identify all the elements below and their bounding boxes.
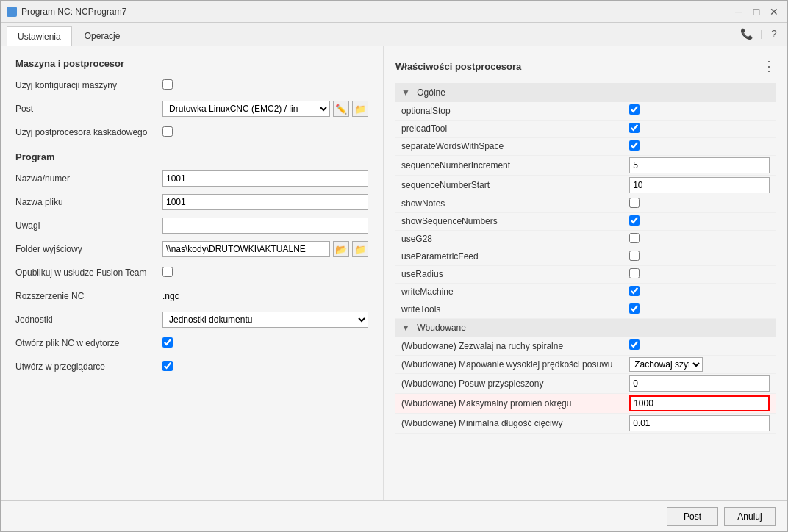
nc-extension-label: Rozszerzenie NC <box>15 291 162 301</box>
general-section-label: Ogólne <box>417 87 445 98</box>
prop-writeMachine-checkbox[interactable] <box>629 286 640 296</box>
prop-showNotes-checkbox[interactable] <box>629 198 640 208</box>
edit-post-button[interactable]: ✏️ <box>333 101 349 117</box>
prop-sequenceNumberIncrement: sequenceNumberIncrement <box>395 155 776 175</box>
tab-operacje[interactable]: Operacje <box>74 26 132 46</box>
minimize-button[interactable]: ─ <box>731 4 746 19</box>
use-cascade-checkbox[interactable] <box>162 126 173 137</box>
prop-writeMachine: writeMachine <box>395 283 776 301</box>
section-program-title: Program <box>15 151 368 162</box>
window-title: Program NC: NCProgram7 <box>21 7 126 17</box>
prop-builtin-posuw: (Wbudowane) Posuw przyspieszony <box>395 373 776 393</box>
use-cascade-label: Użyj postprocesora kaskadowego <box>15 127 162 137</box>
prop-builtin-spiral-label: (Wbudowane) Zezwalaj na ruchy spiralne <box>395 337 623 355</box>
name-number-input[interactable] <box>162 170 368 187</box>
prop-optionalStop-label: optionalStop <box>395 102 623 120</box>
open-editor-checkbox[interactable] <box>162 337 173 348</box>
prop-builtin-spiral: (Wbudowane) Zezwalaj na ruchy spiralne <box>395 337 776 355</box>
section-general-header: ▼ Ogólne <box>395 83 776 102</box>
prop-preloadTool: preloadTool <box>395 120 776 137</box>
prop-useParametricFeed-checkbox[interactable] <box>629 251 640 261</box>
prop-useG28-checkbox[interactable] <box>629 233 640 243</box>
prop-showSequenceNumbers-checkbox[interactable] <box>629 215 640 226</box>
post-label: Post <box>15 104 162 114</box>
prop-builtin-mapping-select[interactable]: Zachowaj szyt... <box>629 357 703 372</box>
right-panel-title: Właściwości postprocesora <box>395 61 521 72</box>
close-button[interactable]: ✕ <box>767 4 781 19</box>
content-area: Maszyna i postprocesor Użyj konfiguracji… <box>1 46 787 500</box>
post-button[interactable]: Post <box>667 507 718 526</box>
open-browser-checkbox[interactable] <box>162 361 173 371</box>
post-select[interactable]: Drutowka LinuxCNC (EMC2) / lin <box>162 101 330 117</box>
phone-icon[interactable]: 📞 <box>737 26 756 41</box>
builtin-toggle[interactable]: ▼ <box>401 323 410 333</box>
file-name-input[interactable] <box>162 194 368 210</box>
tab-ustawienia[interactable]: Ustawienia <box>7 26 72 46</box>
right-panel-header: Właściwości postprocesora ⋮ <box>395 58 776 74</box>
cancel-button[interactable]: Anuluj <box>724 507 776 526</box>
publish-checkbox[interactable] <box>162 267 173 277</box>
browse-folder-button[interactable]: 📂 <box>333 241 349 257</box>
prop-preloadTool-checkbox[interactable] <box>629 123 640 133</box>
units-row: Jednostki Jednostki dokumentu <box>15 311 368 328</box>
nc-extension-value: .ngc <box>162 291 179 301</box>
units-label: Jednostki <box>15 314 162 325</box>
separator: | <box>760 29 762 39</box>
prop-showSequenceNumbers: showSequenceNumbers <box>395 212 776 230</box>
publish-label: Opublikuj w usłudze Fusion Team <box>15 267 162 278</box>
notes-label: Uwagi <box>15 220 162 231</box>
prop-optionalStop-checkbox[interactable] <box>629 104 640 115</box>
prop-builtin-posuw-input[interactable] <box>629 375 770 392</box>
prop-showSequenceNumbers-label: showSequenceNumbers <box>395 212 623 230</box>
name-number-label: Nazwa/numer <box>15 173 162 184</box>
nc-extension-row: Rozszerzenie NC .ngc <box>15 287 368 305</box>
name-number-row: Nazwa/numer <box>15 170 368 187</box>
units-select[interactable]: Jednostki dokumentu <box>162 312 368 328</box>
right-panel: Właściwości postprocesora ⋮ ▼ Ogólne opt… <box>383 46 787 500</box>
use-machine-config-checkbox[interactable] <box>162 79 173 90</box>
prop-builtin-min-chord: (Wbudowane) Minimalna długość cięciwy <box>395 413 776 433</box>
prop-sequenceNumberIncrement-input[interactable] <box>629 157 770 173</box>
prop-writeTools-checkbox[interactable] <box>629 303 640 314</box>
notes-row: Uwagi <box>15 217 368 234</box>
prop-writeTools-label: writeTools <box>395 301 623 318</box>
prop-useRadius-label: useRadius <box>395 265 623 283</box>
open-folder-button[interactable]: 📁 <box>352 241 368 257</box>
builtin-section-label: Wbudowane <box>417 323 466 333</box>
prop-showNotes: showNotes <box>395 195 776 212</box>
prop-sequenceNumberStart-input[interactable] <box>629 177 770 193</box>
prop-builtin-max-radius-label: (Wbudowane) Maksymalny promień okręgu <box>395 393 623 413</box>
prop-useRadius-checkbox[interactable] <box>629 268 640 278</box>
maximize-button[interactable]: □ <box>749 4 764 19</box>
prop-sequenceNumberStart: sequenceNumberStart <box>395 175 776 195</box>
post-row: Post Drutowka LinuxCNC (EMC2) / lin ✏️ 📁 <box>15 100 368 118</box>
folder-post-button[interactable]: 📁 <box>352 101 368 117</box>
prop-builtin-min-chord-input[interactable] <box>629 415 770 431</box>
use-machine-config-label: Użyj konfiguracji maszyny <box>15 80 162 90</box>
prop-builtin-spiral-checkbox[interactable] <box>629 339 640 350</box>
file-name-label: Nazwa pliku <box>15 197 162 207</box>
section-builtin-header: ▼ Wbudowane <box>395 318 776 337</box>
left-panel: Maszyna i postprocesor Użyj konfiguracji… <box>1 46 383 500</box>
notes-input[interactable] <box>162 218 368 234</box>
general-toggle[interactable]: ▼ <box>401 87 410 98</box>
use-cascade-row: Użyj postprocesora kaskadowego <box>15 123 368 141</box>
more-options-button[interactable]: ⋮ <box>762 58 776 74</box>
prop-useParametricFeed: useParametricFeed <box>395 248 776 265</box>
prop-writeMachine-label: writeMachine <box>395 283 623 301</box>
bottom-bar: Post Anuluj <box>1 500 787 531</box>
prop-preloadTool-label: preloadTool <box>395 120 623 137</box>
prop-builtin-max-radius-input[interactable] <box>629 395 770 411</box>
publish-row: Opublikuj w usłudze Fusion Team <box>15 264 368 281</box>
prop-builtin-mapping-label: (Wbudowane) Mapowanie wysokiej prędkości… <box>395 355 623 373</box>
prop-separateWordsWithSpace: separateWordsWithSpace <box>395 137 776 155</box>
prop-builtin-min-chord-label: (Wbudowane) Minimalna długość cięciwy <box>395 413 623 433</box>
help-icon[interactable]: ? <box>767 26 781 41</box>
prop-separateWordsWithSpace-checkbox[interactable] <box>629 140 640 151</box>
output-folder-input[interactable] <box>162 241 330 257</box>
properties-table: ▼ Ogólne optionalStop preloadTool separa… <box>395 83 776 434</box>
prop-sequenceNumberIncrement-label: sequenceNumberIncrement <box>395 155 623 175</box>
prop-builtin-mapping: (Wbudowane) Mapowanie wysokiej prędkości… <box>395 355 776 373</box>
section-machine-title: Maszyna i postprocesor <box>15 58 368 69</box>
open-browser-row: Utwórz w przeglądarce <box>15 358 368 375</box>
